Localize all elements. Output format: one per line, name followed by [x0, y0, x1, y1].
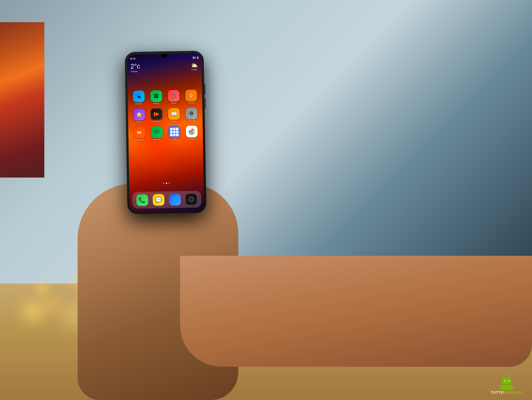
svg-rect-12: [513, 385, 514, 390]
app-gallery[interactable]: 🖼 Gallery: [149, 90, 163, 105]
svg-line-7: [509, 376, 511, 378]
app-security-label: Security: [154, 138, 160, 140]
app-mivideo[interactable]: Mi Video: [149, 108, 164, 123]
app-weather-icon: 🌤: [133, 90, 145, 102]
app-gallery-label: Gallery: [153, 102, 159, 104]
app-appstore-label: App Store: [135, 139, 144, 141]
watermark-text: TUTTOANDROID: [491, 391, 522, 394]
app-chrome-label: Chrome: [188, 138, 195, 140]
app-settings-icon: ⚙: [186, 108, 198, 120]
weather-widget: 2°c Cloudy: [131, 63, 140, 73]
weather-location: Cuneo: [191, 69, 198, 70]
app-music[interactable]: 🎵 Music: [166, 90, 181, 104]
app-row-3-inner: Mi App Store 🛡 Security: [131, 126, 201, 141]
svg-marker-0: [156, 112, 159, 116]
dock-messenger[interactable]: 💬: [153, 194, 165, 206]
app-music-icon: 🎵: [168, 90, 180, 102]
app-chrome-icon: [186, 126, 198, 138]
app-games-label: Games: [136, 121, 142, 123]
svg-point-8: [504, 380, 505, 381]
thumb-finger: [180, 256, 532, 367]
app-tools-icon: [168, 126, 180, 138]
android-robot-icon: [499, 375, 514, 390]
page-dot-3: [168, 183, 170, 184]
app-settings-label: Settings: [188, 120, 195, 122]
app-gallery-icon: 🖼: [150, 90, 162, 102]
svg-rect-1: [154, 112, 155, 116]
app-mivideo-icon: [150, 108, 162, 120]
svg-rect-11: [499, 385, 501, 390]
phone-device[interactable]: 16:12 ▐ ▌ ▓ 2°c Cloudy ⛅ Cuneo: [125, 51, 206, 214]
svg-point-9: [508, 380, 509, 381]
app-mivideo-label: Mi Video: [153, 120, 160, 122]
app-appstore-icon: Mi: [133, 126, 145, 138]
volume-button: [204, 84, 206, 95]
app-row-3: Mi App Store 🛡 Security: [128, 126, 203, 141]
weather-condition: Cloudy: [131, 70, 140, 73]
dock-phone[interactable]: 📞: [136, 194, 148, 206]
watermark-highlight: ANDROID: [504, 391, 523, 394]
status-time: 16:12: [130, 57, 135, 60]
app-music-label: Music: [171, 102, 176, 104]
app-security-icon: 🛡: [151, 126, 163, 138]
app-themes-label: Themes: [188, 102, 195, 104]
dock-camera[interactable]: [185, 193, 197, 205]
app-dock: 📞 💬 🌐: [132, 191, 201, 209]
app-row-2-inner: ⭐ Games Mi Video 📖 Reader: [130, 108, 200, 123]
phone-hand-area: 16:12 ▐ ▌ ▓ 2°c Cloudy ⛅ Cuneo: [0, 0, 532, 400]
app-tools-label: Tools: [172, 138, 177, 140]
app-weather[interactable]: 🌤 Weather: [131, 90, 146, 105]
watermark: TUTTOANDROID: [491, 375, 522, 394]
app-themes-icon: 🎨: [185, 90, 197, 102]
app-games[interactable]: ⭐ Games: [132, 108, 146, 123]
app-reader-icon: 📖: [168, 108, 180, 120]
app-row-1: 🌤 Weather 🖼 Gallery 🎵 Music 🎨: [127, 90, 202, 105]
app-security[interactable]: 🛡 Security: [149, 126, 164, 141]
app-reader[interactable]: 📖 Reader: [167, 108, 181, 122]
weather-temp: 2°c: [131, 63, 140, 70]
svg-rect-10: [501, 385, 512, 390]
status-icons: ▐ ▌ ▓: [192, 56, 199, 58]
phone-screen[interactable]: 16:12 ▐ ▌ ▓ 2°c Cloudy ⛅ Cuneo: [127, 54, 204, 212]
app-themes[interactable]: 🎨 Themes: [184, 90, 199, 104]
app-appstore[interactable]: Mi App Store: [132, 126, 147, 141]
weather-location-widget: ⛅ Cuneo: [191, 62, 198, 70]
app-row-1-inner: 🌤 Weather 🖼 Gallery 🎵 Music 🎨: [130, 90, 200, 105]
app-settings[interactable]: ⚙ Settings: [184, 108, 199, 122]
weather-icon: ⛅: [191, 62, 198, 69]
app-chrome[interactable]: Chrome: [185, 126, 199, 140]
page-dot-2-active: [166, 183, 167, 184]
phone-body: 16:12 ▐ ▌ ▓ 2°c Cloudy ⛅ Cuneo: [125, 51, 206, 214]
app-tools[interactable]: Tools: [167, 126, 182, 140]
app-games-icon: ⭐: [133, 108, 145, 120]
page-dot-1: [163, 183, 164, 184]
power-button: [204, 98, 206, 109]
app-reader-label: Reader: [171, 120, 177, 122]
app-weather-label: Weather: [135, 103, 142, 105]
svg-line-6: [502, 376, 504, 378]
app-row-2: ⭐ Games Mi Video 📖 Reader: [128, 108, 203, 123]
dock-browser[interactable]: 🌐: [169, 194, 181, 206]
